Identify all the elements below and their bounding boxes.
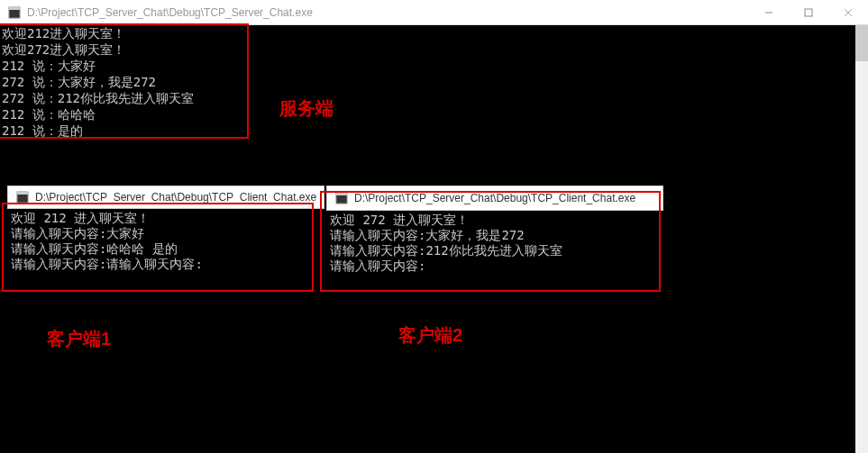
app-icon	[334, 191, 349, 205]
main-window-title: D:\Project\TCP_Server_Chat\Debug\TCP_Ser…	[27, 6, 749, 19]
annotation-label-server: 服务端	[279, 96, 333, 121]
main-window-titlebar[interactable]: D:\Project\TCP_Server_Chat\Debug\TCP_Ser…	[0, 0, 868, 25]
svg-rect-3	[805, 9, 812, 16]
svg-rect-1	[9, 7, 20, 10]
client1-line: 欢迎 212 进入聊天室！	[11, 211, 150, 225]
client1-line: 请输入聊天内容:请输入聊天内容:	[11, 257, 203, 271]
server-line: 欢迎272进入聊天室！	[2, 42, 125, 57]
client2-titlebar[interactable]: D:\Project\TCP_Server_Chat\Debug\TCP_Cli…	[326, 186, 663, 211]
server-line: 欢迎212进入聊天室！	[2, 26, 125, 41]
maximize-button[interactable]	[789, 0, 828, 24]
scrollbar-thumb[interactable]	[855, 25, 868, 61]
app-icon	[7, 5, 22, 20]
close-button[interactable]	[828, 0, 868, 24]
annotation-label-client2: 客户端2	[398, 323, 462, 348]
client2-console-output: 欢迎 272 进入聊天室！ 请输入聊天内容:大家好，我是272 请输入聊天内容:…	[326, 211, 663, 276]
server-line: 212 说：哈哈哈	[2, 107, 96, 122]
client2-line: 请输入聊天内容:大家好，我是272	[330, 228, 525, 242]
server-line: 212 说：是的	[2, 123, 83, 138]
app-icon	[15, 190, 30, 204]
client1-titlebar[interactable]: D:\Project\TCP_Server_Chat\Debug\TCP_Cli…	[7, 186, 324, 209]
client1-line: 请输入聊天内容:哈哈哈 是的	[11, 241, 178, 256]
client1-console-output: 欢迎 212 进入聊天室！ 请输入聊天内容:大家好 请输入聊天内容:哈哈哈 是的…	[7, 209, 324, 274]
svg-rect-7	[17, 192, 28, 195]
server-line: 272 说：大家好，我是272	[2, 75, 156, 89]
window-controls	[749, 0, 868, 24]
client2-window: D:\Project\TCP_Server_Chat\Debug\TCP_Cli…	[326, 186, 663, 276]
client1-window: D:\Project\TCP_Server_Chat\Debug\TCP_Cli…	[7, 186, 324, 274]
client1-line: 请输入聊天内容:大家好	[11, 226, 144, 240]
vertical-scrollbar[interactable]	[855, 25, 868, 440]
console-area: 欢迎212进入聊天室！ 欢迎272进入聊天室！ 212 说：大家好 272 说：…	[0, 25, 855, 453]
server-line: 212 说：大家好	[2, 59, 96, 73]
client2-line: 请输入聊天内容:212你比我先进入聊天室	[330, 243, 562, 258]
client2-line: 请输入聊天内容:	[330, 258, 425, 273]
client2-line: 欢迎 272 进入聊天室！	[330, 213, 469, 227]
svg-rect-9	[336, 193, 347, 195]
minimize-button[interactable]	[749, 0, 789, 24]
client2-title: D:\Project\TCP_Server_Chat\Debug\TCP_Cli…	[354, 192, 662, 204]
scrollbar-corner	[855, 440, 868, 453]
server-console-output: 欢迎212进入聊天室！ 欢迎272进入聊天室！ 212 说：大家好 272 说：…	[2, 25, 194, 139]
annotation-label-client1: 客户端1	[47, 327, 111, 351]
client1-title: D:\Project\TCP_Server_Chat\Debug\TCP_Cli…	[35, 191, 324, 204]
server-line: 272 说：212你比我先进入聊天室	[2, 91, 194, 105]
